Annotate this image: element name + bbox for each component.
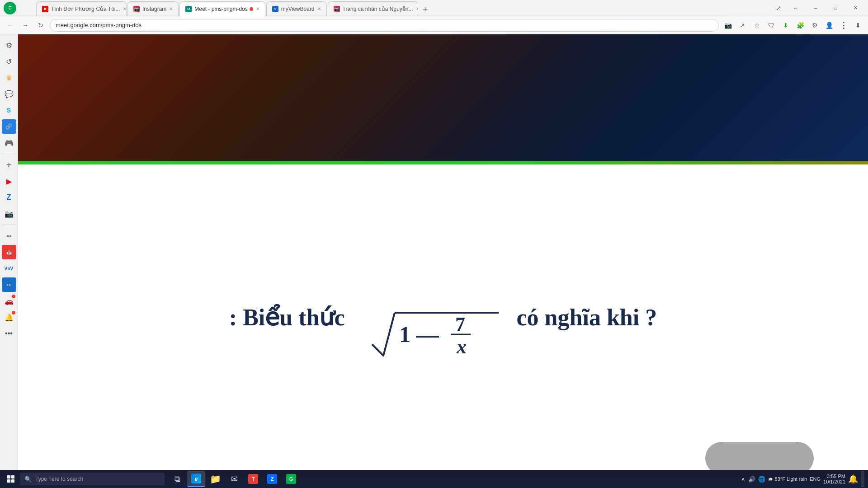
shield-icon[interactable]: 🛡 (765, 19, 778, 32)
tab-close-instagram[interactable]: ✕ (169, 6, 173, 11)
gray-button[interactable] (705, 442, 814, 470)
edge-icon: e (191, 474, 201, 483)
camera-icon[interactable]: 📷 (722, 19, 734, 32)
maximize-button[interactable]: □ (826, 2, 844, 14)
tab-instagram[interactable]: 📷 Instagram ✕ (127, 1, 179, 16)
window-controls: ⤢ ← ─ □ ✕ (772, 2, 868, 14)
sidebar-history-icon[interactable]: ↺ (2, 54, 16, 69)
sidebar-messenger-icon[interactable]: 💬 (2, 87, 16, 101)
show-desktop-button[interactable] (861, 471, 864, 487)
tab-recording-dot (250, 7, 253, 11)
weather-info: 🌧 83°F Light rain (768, 476, 807, 482)
download2-icon[interactable]: ⬇ (852, 19, 864, 32)
progress-bar (18, 161, 868, 164)
notification-icon[interactable]: 🔔 (848, 474, 858, 484)
taskbar-zalo[interactable]: Z (263, 471, 281, 487)
tab-label-instagram: Instagram (142, 6, 166, 12)
tab-favicon-instagram: 📷 (133, 6, 140, 12)
sidebar-tiki-icon[interactable]: TK (2, 277, 16, 292)
weather-icon: 🌧 (768, 476, 773, 482)
title-bar: C ▶ Tình Đơn Phương Của Tôi... ✕ 📷 Insta… (0, 0, 868, 16)
windows-logo-icon (7, 475, 14, 483)
forward-button[interactable]: → (19, 19, 32, 32)
date-display: 10/1/2021 (823, 479, 845, 484)
sidebar-vnv-icon[interactable]: VnV (2, 261, 16, 276)
tab-label-profile: Trang cá nhân của Nguyễn... (343, 6, 413, 12)
sidebar-game-icon[interactable]: 🎮 (2, 136, 16, 150)
taskbar-right: ∧ 🔊 🌐 🌧 83°F Light rain ENG 3:55 PM 10/1… (741, 471, 864, 487)
search-placeholder-text: Type here to search (35, 476, 83, 482)
browser-frame: C ▶ Tình Đơn Phương Của Tôi... ✕ 📷 Insta… (0, 0, 868, 488)
sidebar-link-icon[interactable]: 🔗 (2, 119, 16, 134)
address-bar: ← → ↻ 📷 ↗ ☆ 🛡 ⬇ 🧩 ⚙ 👤 ⋮ ⬇ (0, 16, 868, 34)
clock[interactable]: 3:55 PM 10/1/2021 (823, 474, 845, 484)
sidebar-instagram-icon[interactable]: 📷 (2, 206, 16, 221)
sidebar-cal-icon[interactable]: 📅 (2, 245, 16, 259)
taskbar-explorer[interactable]: 📁 (206, 471, 224, 487)
tab-meet[interactable]: M Meet - pms-pngm-dos ✕ (179, 1, 265, 16)
sidebar-skype-icon[interactable]: S (2, 103, 16, 117)
tab-close-viewboard[interactable]: ✕ (317, 6, 321, 11)
download-icon[interactable]: ⬇ (779, 19, 792, 32)
browser-logo[interactable]: C (4, 2, 16, 14)
tab-close-meet[interactable]: ✕ (256, 6, 259, 11)
tab-viewboard[interactable]: V myViewBoard ✕ (266, 1, 327, 16)
tab-favicon-viewboard: V (272, 6, 278, 12)
main-layout: ⚙ ↺ ♛ 💬 S 🔗 🎮 + ▶ Z 📷 ••• 📅 VnV TK 🚗 🔔 •… (0, 34, 868, 470)
math-suffix-text: có nghĩa khi ? (517, 304, 657, 331)
tab-favicon-youtube: ▶ (42, 6, 48, 12)
tab-close-profile[interactable]: ✕ (416, 6, 418, 11)
taskbar-apps: ⧉ e 📁 ✉ T Z G (168, 471, 300, 487)
sidebar-more-icon[interactable]: ••• (2, 229, 16, 243)
sidebar-crown-icon[interactable]: ♛ (2, 70, 16, 85)
taskbar: 🔍 Type here to search ⧉ e 📁 ✉ T Z G (0, 470, 868, 488)
math-content: : Biểu thức 1 — 7 (18, 164, 868, 470)
tray-up-icon[interactable]: ∧ (741, 476, 745, 483)
teams-icon: T (248, 474, 258, 484)
tab-youtube[interactable]: ▶ Tình Đơn Phương Của Tôi... ✕ (36, 1, 127, 16)
start-button[interactable] (4, 472, 18, 486)
back-button[interactable]: ← (4, 19, 16, 32)
new-tab-button[interactable]: + (419, 3, 432, 16)
sidebar-dots-icon[interactable]: ••• (2, 326, 16, 341)
taskbar-edge[interactable]: e (187, 471, 205, 487)
sidebar: ⚙ ↺ ♛ 💬 S 🔗 🎮 + ▶ Z 📷 ••• 📅 VnV TK 🚗 🔔 •… (0, 34, 18, 470)
tab-favicon-profile: 📷 (334, 6, 340, 12)
grab-icon: G (286, 474, 296, 484)
extension-icon[interactable]: 🧩 (794, 19, 807, 32)
taskbar-mail[interactable]: ✉ (225, 471, 243, 487)
tab-area-filler (727, 0, 772, 16)
taskbar-teams[interactable]: T (244, 471, 262, 487)
bookmark-icon[interactable]: ☆ (750, 19, 763, 32)
close-button[interactable]: ✕ (846, 2, 864, 14)
svg-text:7: 7 (455, 313, 465, 335)
tab-label-viewboard: myViewBoard (281, 6, 315, 12)
taskbar-grab[interactable]: G (282, 471, 300, 487)
sidebar-add-icon[interactable]: + (2, 158, 16, 172)
sidebar-settings-icon[interactable]: ⚙ (2, 38, 16, 52)
back-icon[interactable]: ← (787, 2, 805, 14)
minimize-button[interactable]: ─ (807, 2, 825, 14)
taskbar-task-view[interactable]: ⧉ (168, 471, 186, 487)
menu-icon[interactable]: ⋮ (837, 19, 850, 32)
sidebar-z-icon[interactable]: Z (2, 190, 16, 205)
tray-speaker-icon[interactable]: 🔊 (748, 476, 755, 483)
sidebar-grab-icon[interactable]: 🚗 (2, 294, 16, 308)
share-icon[interactable]: ↗ (736, 19, 749, 32)
search-bar[interactable]: 🔍 Type here to search (20, 473, 165, 485)
language-indicator: ENG (810, 476, 821, 482)
profile-icon[interactable]: 👤 (823, 19, 835, 32)
sidebar-bell-icon[interactable]: 🔔 (2, 310, 16, 324)
screenshot-icon[interactable]: ⤢ (772, 2, 785, 14)
extensions-icon[interactable]: ⚙ (808, 19, 821, 32)
reload-button[interactable]: ↻ (34, 19, 47, 32)
bottom-gray-button[interactable] (705, 442, 814, 470)
sidebar-youtube-icon[interactable]: ▶ (2, 174, 16, 188)
tab-profile[interactable]: 📷 Trang cá nhân của Nguyễn... ✕ (328, 1, 418, 16)
weather-text: 83°F Light rain (775, 476, 807, 482)
sqrt-svg: 1 — 7 x (359, 272, 503, 362)
tray-network-icon[interactable]: 🌐 (758, 476, 765, 483)
tab-close-youtube[interactable]: ✕ (123, 6, 127, 11)
address-input[interactable] (50, 19, 719, 32)
time-display: 3:55 PM (827, 474, 845, 479)
